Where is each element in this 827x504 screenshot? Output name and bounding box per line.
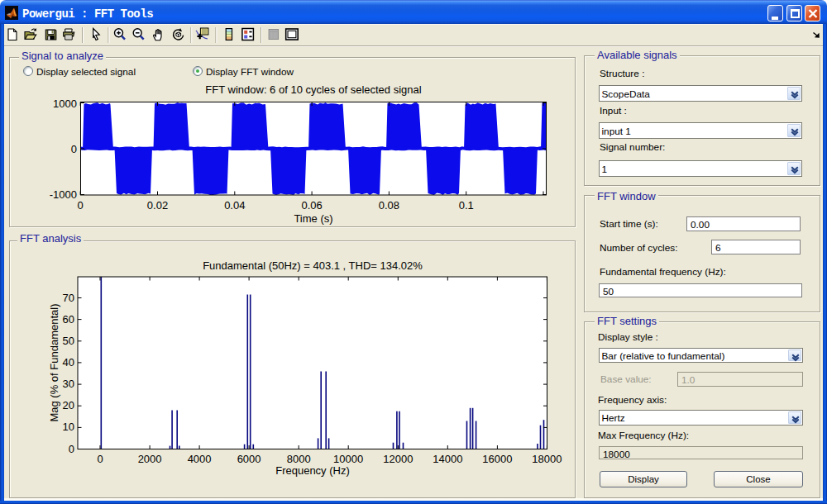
svg-text:20: 20	[63, 399, 74, 411]
svg-text:60: 60	[63, 313, 74, 326]
svg-text:Mag (% of Fundamental): Mag (% of Fundamental)	[48, 303, 60, 421]
svg-text:0.02: 0.02	[147, 199, 168, 212]
svg-text:0: 0	[69, 443, 74, 455]
svg-text:0: 0	[78, 199, 84, 212]
svg-text:2000: 2000	[138, 453, 162, 465]
svg-text:30: 30	[63, 378, 74, 390]
svg-text:70: 70	[63, 292, 74, 304]
svg-text:-1000: -1000	[50, 188, 77, 201]
svg-text:FFT window: 6 of 10 cycles of: FFT window: 6 of 10 cycles of selected s…	[205, 83, 421, 96]
svg-text:4000: 4000	[188, 453, 212, 465]
svg-text:0: 0	[71, 143, 77, 155]
svg-text:18000: 18000	[532, 453, 562, 465]
svg-text:1000: 1000	[53, 97, 77, 110]
svg-text:0.1: 0.1	[459, 199, 474, 212]
svg-text:14000: 14000	[433, 453, 462, 465]
svg-text:0.04: 0.04	[224, 199, 245, 212]
svg-text:40: 40	[63, 356, 74, 368]
svg-text:50: 50	[63, 335, 74, 347]
svg-text:0.06: 0.06	[301, 199, 322, 212]
svg-text:10000: 10000	[333, 453, 363, 465]
svg-text:8000: 8000	[287, 453, 311, 465]
svg-text:Time (s): Time (s)	[294, 212, 332, 225]
svg-text:0.08: 0.08	[379, 199, 399, 212]
svg-text:12000: 12000	[383, 453, 413, 465]
svg-text:Frequency (Hz): Frequency (Hz)	[275, 464, 350, 477]
svg-text:10: 10	[63, 421, 74, 433]
svg-text:0: 0	[97, 453, 103, 465]
svg-text:6000: 6000	[237, 453, 261, 465]
svg-text:Fundamental (50Hz) = 403.1 , T: Fundamental (50Hz) = 403.1 , THD= 134.02…	[203, 259, 423, 272]
svg-text:16000: 16000	[482, 453, 512, 465]
